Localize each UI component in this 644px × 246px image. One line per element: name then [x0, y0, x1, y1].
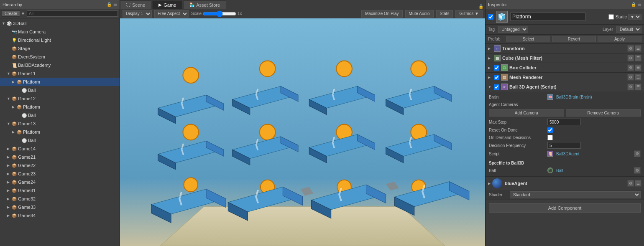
max-step-input[interactable]	[547, 119, 581, 125]
mesh-renderer-menu-icon[interactable]: ☰	[635, 74, 641, 81]
hierarchy-search-input[interactable]	[27, 10, 118, 17]
brain-link[interactable]: Ball3DBrain (Brain)	[556, 95, 592, 99]
component-mesh-renderer-header[interactable]: ▶ ▤ Mesh Renderer ⚙ ☰	[486, 73, 644, 82]
blueagent-menu-icon[interactable]: ☰	[635, 180, 641, 187]
on-demand-checkbox[interactable]	[547, 135, 553, 140]
tree-item-ball-g13[interactable]: ⚪ Ball	[0, 136, 120, 145]
shader-label: Shader	[489, 193, 510, 197]
transform-settings-icon[interactable]: ⚙	[627, 45, 634, 52]
ball3d-agent-menu-icon[interactable]: ☰	[635, 84, 641, 90]
hierarchy-lock-icon[interactable]: 🔒	[107, 2, 112, 7]
component-transform: ▶ ↔ Transform ⚙ ☰	[486, 44, 644, 53]
layer-select[interactable]: Default	[616, 26, 641, 33]
box-collider-menu-icon[interactable]: ☰	[635, 64, 641, 71]
script-icon: 📜	[547, 151, 553, 157]
component-ball3d-agent-header[interactable]: ▼ # Ball 3D Agent (Script) ⚙ ☰	[486, 82, 644, 91]
tree-item-game23[interactable]: ▶📦Game23	[0, 170, 120, 178]
inspector-panel: Inspector 🔒 ☰ 🧊 Static ▼	[485, 0, 644, 246]
mute-audio-button[interactable]: Mute Audio	[405, 10, 434, 18]
transform-menu-icon[interactable]: ☰	[635, 45, 641, 52]
tree-item-game11[interactable]: ▼ 📦 Game11	[0, 69, 120, 78]
tree-item-game22[interactable]: ▶📦Game22	[0, 161, 120, 170]
tab-scene[interactable]: ⛶ Scene	[120, 0, 151, 9]
tree-item-ball-g11[interactable]: ⚪ Ball	[0, 86, 120, 94]
object-active-checkbox[interactable]	[488, 14, 493, 20]
shader-select[interactable]: Standard	[510, 191, 641, 198]
tree-item-eventsystem[interactable]: 📦 EventSystem	[0, 53, 120, 61]
stats-button[interactable]: Stats	[436, 10, 453, 18]
blueagent-header: ▶ blueAgent ⚙ ☰	[486, 177, 644, 190]
display-select[interactable]: Display 1	[123, 10, 152, 18]
scene-tab-icon: ⛶	[126, 3, 130, 7]
inspector-lock-icon[interactable]: 🔒	[631, 2, 636, 7]
tag-layer-row: Tag Untagged Layer Default	[486, 25, 644, 35]
mesh-renderer-checkbox[interactable]	[494, 75, 499, 80]
leaf-arrow: ▶	[7, 147, 12, 151]
script-settings-icon[interactable]: ⚙	[634, 150, 641, 157]
hierarchy-menu-icon[interactable]: ☰	[113, 2, 117, 7]
tab-game[interactable]: ▶ Game	[152, 0, 182, 9]
svg-text:⟨: ⟨	[254, 137, 259, 151]
tree-item-game34[interactable]: ▶📦Game34	[0, 211, 120, 220]
static-checkbox[interactable]	[608, 14, 614, 20]
middle-lock-icon[interactable]: 🔒	[477, 4, 485, 9]
ball3d-agent-checkbox[interactable]	[494, 84, 499, 90]
tree-item-directional-light[interactable]: 💡 Directional Light	[0, 36, 120, 44]
tree-item-game21[interactable]: ▶📦Game21	[0, 153, 120, 161]
tree-item-game13[interactable]: ▼ 📦 Game13	[0, 119, 120, 128]
maximize-on-play-button[interactable]: Maximize On Play	[361, 10, 403, 18]
tag-select[interactable]: Untagged	[498, 26, 528, 33]
tree-item-platform-g13[interactable]: ▶ 📦 Platform	[0, 128, 120, 136]
gizmos-button[interactable]: Gizmos ▼	[455, 10, 483, 18]
component-box-collider-header[interactable]: ▶ □ Box Collider ⚙ ☰	[486, 63, 644, 72]
component-transform-header[interactable]: ▶ ↔ Transform ⚙ ☰	[486, 44, 644, 53]
script-link[interactable]: Ball3DAgent	[556, 152, 580, 156]
ball-settings-icon[interactable]: ⚙	[634, 167, 641, 174]
tree-item-platform-g12[interactable]: ▶ 📦 Platform	[0, 103, 120, 111]
game14-label: Game14	[18, 146, 36, 151]
tree-item-platform-g11[interactable]: ▶ 📦 Platform	[0, 78, 120, 86]
game24-icon: 📦	[12, 180, 17, 185]
tab-asset-store[interactable]: 🏪 Asset Store	[183, 0, 226, 9]
ball-link[interactable]: Ball	[556, 168, 563, 173]
tree-item-ball-g12[interactable]: ⚪ Ball	[0, 111, 120, 119]
mesh-filter-name: Cube (Mesh Filter)	[502, 56, 627, 61]
scale-range-input[interactable]	[203, 10, 236, 17]
prefab-select-button[interactable]: Select	[506, 36, 550, 42]
tree-item-3dball[interactable]: ▼ 🎲 3DBall	[0, 19, 120, 28]
static-dropdown[interactable]: ▼	[628, 14, 641, 20]
aspect-select[interactable]: Free Aspect	[154, 10, 189, 18]
tree-item-main-camera[interactable]: 📷 Main Camera	[0, 28, 120, 36]
prefab-apply-button[interactable]: Apply	[598, 36, 641, 42]
tree-item-game14[interactable]: ▶ 📦 Game14	[0, 145, 120, 153]
box-collider-checkbox[interactable]	[494, 65, 499, 71]
hierarchy-panel: Hierarchy 🔒 ☰ Create ▼ ▼ 🎲 3DBall	[0, 0, 120, 246]
object-name-input[interactable]	[510, 13, 585, 21]
add-camera-button[interactable]: Add Camera	[489, 109, 564, 117]
create-button[interactable]: Create	[2, 10, 20, 17]
mesh-renderer-settings-icon[interactable]: ⚙	[627, 74, 634, 81]
game23-label: Game23	[18, 171, 36, 176]
tree-item-game33[interactable]: ▶📦Game33	[0, 203, 120, 211]
tree-item-game24[interactable]: ▶📦Game24	[0, 178, 120, 186]
mesh-filter-settings-icon[interactable]: ⚙	[627, 55, 634, 61]
decision-freq-input[interactable]	[547, 142, 581, 149]
tree-item-game32[interactable]: ▶📦Game32	[0, 195, 120, 203]
blueagent-settings-icon[interactable]: ⚙	[627, 180, 634, 187]
ball3d-agent-settings-icon[interactable]: ⚙	[627, 84, 634, 90]
prop-reset-on-done: Reset On Done	[489, 126, 641, 134]
reset-on-done-checkbox[interactable]	[547, 127, 553, 133]
tree-item-game31[interactable]: ▶📦Game31	[0, 186, 120, 195]
leaf-arrow: ▶	[7, 163, 12, 167]
box-collider-settings-icon[interactable]: ⚙	[627, 64, 634, 71]
mesh-filter-menu-icon[interactable]: ☰	[635, 55, 641, 61]
tree-item-ball3dacademy[interactable]: 📜 Ball3DAcademy	[0, 61, 120, 69]
component-mesh-filter-header[interactable]: ▶ ▦ Cube (Mesh Filter) ⚙ ☰	[486, 53, 644, 63]
tree-item-game12[interactable]: ▼ 📦 Game12	[0, 94, 120, 103]
create-arrow-icon: ▼	[21, 11, 25, 16]
remove-camera-button[interactable]: Remove Camera	[566, 109, 641, 117]
prefab-revert-button[interactable]: Revert	[552, 36, 596, 42]
tree-item-stage[interactable]: 📦 Stage	[0, 44, 120, 53]
add-component-button[interactable]: Add Component	[489, 203, 641, 213]
inspector-menu-icon[interactable]: ☰	[638, 2, 641, 7]
